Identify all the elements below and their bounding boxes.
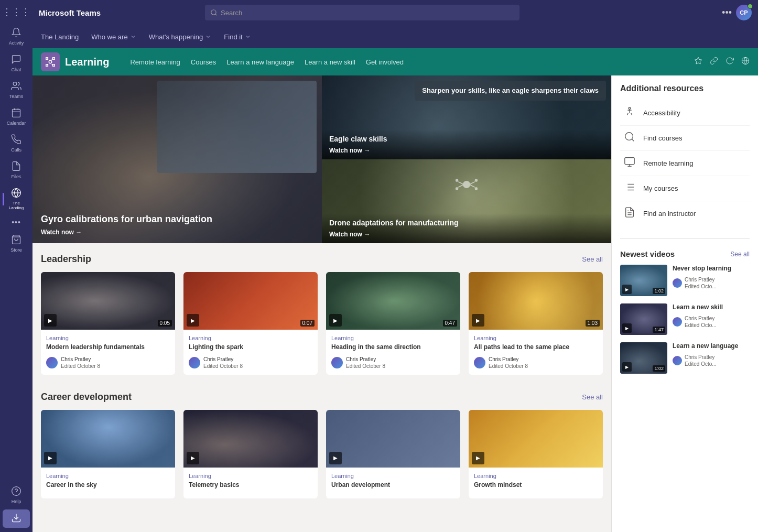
hero-card-eagle[interactable]: Sharpen your skills, like an eagle sharp… xyxy=(322,75,611,159)
sidebar-item-calls[interactable]: Calls xyxy=(3,131,30,156)
author-info-4: Chris Pratley Edited October 8 xyxy=(489,356,528,370)
career-info-1: Learning Career in the sky xyxy=(41,468,175,499)
nv-author-name-3: Chris Pratley xyxy=(685,354,717,361)
accessibility-icon xyxy=(622,106,637,120)
ar-label-find-instructor: Find an instructor xyxy=(643,210,696,218)
career-play-3[interactable]: ▶ xyxy=(329,452,342,464)
video-info-2: Learning Lighting the spark Chris Pratle… xyxy=(183,330,318,375)
sidebar-item-activity[interactable]: Activity xyxy=(3,24,30,49)
sidebar-item-files[interactable]: Files xyxy=(3,158,30,182)
search-bar[interactable] xyxy=(205,5,519,20)
store-icon xyxy=(11,234,21,246)
nv-see-all[interactable]: See all xyxy=(730,251,750,258)
play-button-4[interactable]: ▶ xyxy=(472,314,484,327)
sidebar-item-grid[interactable]: ⋮⋮⋮ xyxy=(3,4,30,20)
play-button-3[interactable]: ▶ xyxy=(329,314,342,327)
hero-drone-watch[interactable]: Watch now → xyxy=(329,231,604,238)
nv-item-3[interactable]: ▶ 1:02 Learn a new language Chris Pratle… xyxy=(620,342,750,374)
svg-rect-18 xyxy=(456,179,458,182)
sidebar-item-teams[interactable]: Teams xyxy=(3,78,30,102)
video-thumb-2: ▶ 0:07 xyxy=(183,272,318,330)
learning-nav-skill[interactable]: Learn a new skill xyxy=(305,58,355,66)
hero-eagle-subtitle: Sharpen your skills, like an eagle sharp… xyxy=(422,86,599,95)
hero-eagle-watch[interactable]: Watch now → xyxy=(329,147,604,154)
nv-item-2[interactable]: ▶ 1:47 Learn a new skill Chris Pratley E… xyxy=(620,303,750,335)
leadership-video-3[interactable]: ▶ 0:47 Learning Heading in the same dire… xyxy=(326,272,460,375)
career-play-4[interactable]: ▶ xyxy=(472,452,484,464)
channel-nav-happening[interactable]: What's happening xyxy=(149,31,212,43)
hero-grid: Gyro calibrations for urban navigation W… xyxy=(33,75,611,243)
video-author-2: Chris Pratley Edited October 8 xyxy=(189,356,312,370)
sidebar-item-chat[interactable]: Chat xyxy=(3,51,30,75)
channel-nav-who[interactable]: Who we are xyxy=(91,31,136,43)
activity-icon xyxy=(11,27,21,39)
career-play-2[interactable]: ▶ xyxy=(187,452,199,464)
nv-author-row-3: Chris Pratley Edited Octo... xyxy=(673,354,750,367)
channel-nav-findit[interactable]: Find it xyxy=(224,31,251,43)
sidebar-item-download[interactable] xyxy=(3,509,30,528)
hero-gyro-watch[interactable]: Watch now → xyxy=(41,229,313,236)
video-thumb-3: ▶ 0:47 xyxy=(326,272,460,330)
career-see-all[interactable]: See all xyxy=(582,393,603,401)
sidebar-item-store[interactable]: Store xyxy=(3,231,30,256)
play-button-2[interactable]: ▶ xyxy=(187,314,199,327)
ar-item-remote-learning[interactable]: Remote learning xyxy=(620,151,750,176)
ar-item-find-courses[interactable]: Find courses xyxy=(620,126,750,151)
refresh-icon[interactable] xyxy=(725,57,734,67)
svg-rect-20 xyxy=(456,187,458,190)
link-icon[interactable] xyxy=(710,57,718,67)
career-video-2[interactable]: ▶ Learning Telemetry basics xyxy=(183,410,318,499)
career-tag-3: Learning xyxy=(331,473,455,479)
learning-nav-involved[interactable]: Get involved xyxy=(366,58,404,66)
right-sidebar: Additional resources Accessibility Find … xyxy=(611,75,758,532)
svg-rect-1 xyxy=(13,109,20,117)
ar-item-accessibility[interactable]: Accessibility xyxy=(620,101,750,126)
ar-item-find-instructor[interactable]: Find an instructor xyxy=(620,201,750,226)
nv-play-3[interactable]: ▶ xyxy=(622,362,632,372)
more-options-icon[interactable]: ••• xyxy=(722,7,732,18)
leadership-video-4[interactable]: ▶ 1:03 Learning All paths lead to the sa… xyxy=(469,272,603,375)
author-info-1: Chris Pratley Edited October 8 xyxy=(61,356,100,370)
leadership-video-1[interactable]: ▶ 0:05 Learning Modern leadership fundam… xyxy=(41,272,175,375)
sidebar-item-more[interactable]: ••• xyxy=(3,215,30,229)
learning-nav-remote[interactable]: Remote learning xyxy=(130,58,180,66)
star-icon[interactable] xyxy=(694,57,702,67)
learning-nav-language[interactable]: Learn a new language xyxy=(226,58,294,66)
hero-drone-title: Drone adaptations for manufacturing xyxy=(329,219,604,227)
ar-item-my-courses[interactable]: My courses xyxy=(620,176,750,201)
globe-icon[interactable] xyxy=(741,57,750,67)
video-thumb-4: ▶ 1:03 xyxy=(469,272,603,330)
leadership-video-2[interactable]: ▶ 0:07 Learning Lighting the spark Chris… xyxy=(183,272,318,375)
hero-card-gyro[interactable]: Gyro calibrations for urban navigation W… xyxy=(33,75,322,243)
svg-point-0 xyxy=(13,82,17,86)
author-edited-2: Edited October 8 xyxy=(203,363,243,370)
career-video-1[interactable]: ▶ Learning Career in the sky xyxy=(41,410,175,499)
author-avatar-1 xyxy=(46,357,58,368)
career-video-4[interactable]: ▶ Learning Growth mindset xyxy=(469,410,603,499)
leadership-see-all[interactable]: See all xyxy=(582,255,603,263)
channel-nav-landing[interactable]: The Landing xyxy=(41,31,79,43)
career-tag-4: Learning xyxy=(474,473,598,479)
nv-play-1[interactable]: ▶ xyxy=(622,285,632,294)
video-author-4: Chris Pratley Edited October 8 xyxy=(474,356,598,370)
nv-play-2[interactable]: ▶ xyxy=(622,323,632,333)
avatar[interactable]: CP xyxy=(736,5,752,20)
sidebar-divider xyxy=(620,238,750,239)
author-edited-1: Edited October 8 xyxy=(61,363,100,370)
career-video-3[interactable]: ▶ Learning Urban development xyxy=(326,410,460,499)
career-play-1[interactable]: ▶ xyxy=(44,452,57,464)
hero-card-drone[interactable]: Drone adaptations for manufacturing Watc… xyxy=(322,159,611,243)
sidebar-item-landing[interactable]: The Landing xyxy=(3,184,30,213)
nv-item-1[interactable]: ▶ 1:02 Never stop learning Chris Pratley… xyxy=(620,265,750,296)
duration-2: 0:07 xyxy=(300,320,315,327)
video-info-4: Learning All paths lead to the same plac… xyxy=(469,330,603,375)
learning-nav-courses[interactable]: Courses xyxy=(191,58,216,66)
sidebar: ⋮⋮⋮ Activity Chat Teams Calendar xyxy=(0,0,33,532)
teams-label: Teams xyxy=(9,94,24,99)
career-video-title-1: Career in the sky xyxy=(46,481,170,490)
search-input[interactable] xyxy=(221,9,514,17)
video-thumb-1: ▶ 0:05 xyxy=(41,272,175,330)
play-button-1[interactable]: ▶ xyxy=(44,314,57,327)
sidebar-item-calendar[interactable]: Calendar xyxy=(3,104,30,129)
sidebar-item-help[interactable]: Help xyxy=(3,483,30,507)
